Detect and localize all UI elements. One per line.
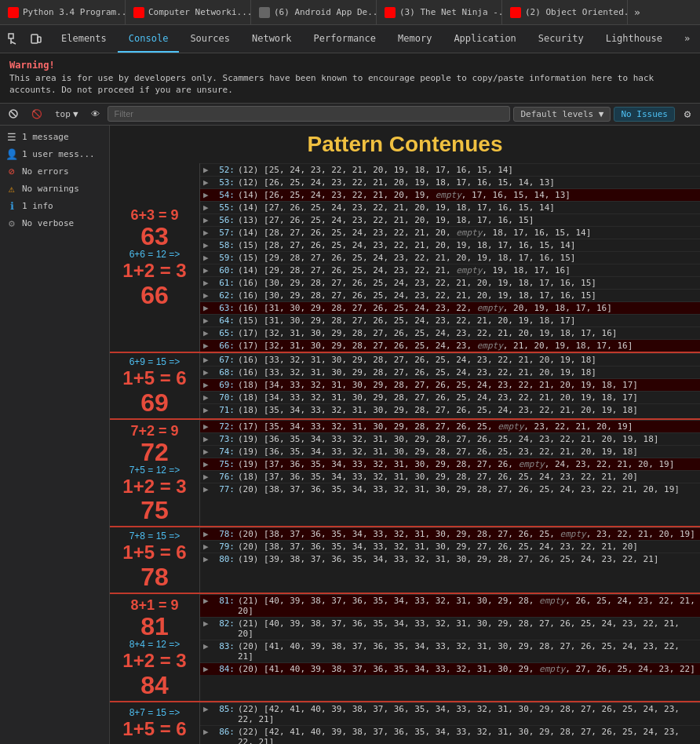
sidebar-item-messages[interactable]: ☰ 1 message <box>0 129 109 146</box>
log-line: ▶64:(15) [31, 30, 29, 28, 27, 26, 25, 24… <box>200 314 700 326</box>
log-content: (17) [35, 34, 33, 32, 31, 30, 29, 28, 27… <box>238 421 700 432</box>
expand-icon[interactable]: ▶ <box>200 328 213 338</box>
top-context-selector[interactable]: top ▼ <box>50 108 83 121</box>
sidebar-item-user-messages[interactable]: 👤 1 user mess... <box>0 146 109 163</box>
log-line: ▶54:(14) [26, 25, 24, 23, 22, 21, 20, 19… <box>200 188 700 201</box>
log-rows-panel: ▶67:(16) [33, 32, 31, 30, 29, 28, 27, 26… <box>200 353 700 418</box>
log-line: ▶60:(14) [29, 28, 27, 26, 25, 24, 23, 22… <box>200 264 700 276</box>
expand-icon[interactable]: ▶ <box>200 228 213 238</box>
expand-icon[interactable]: ▶ <box>200 278 213 288</box>
expand-icon[interactable]: ▶ <box>200 253 213 263</box>
tab-network[interactable]: Network <box>241 25 303 53</box>
log-line: ▶59:(15) [29, 28, 27, 26, 25, 24, 23, 22… <box>200 251 700 264</box>
expand-icon[interactable]: ▶ <box>200 727 213 737</box>
log-num: 84: <box>213 664 235 674</box>
log-num: 82: <box>213 618 235 629</box>
log-line: ▶58:(15) [28, 27, 26, 25, 24, 23, 22, 21… <box>200 239 700 251</box>
tab-label-4: (2) Object Oriented... <box>525 7 628 17</box>
messages-icon: ☰ <box>6 132 17 143</box>
log-section-wrapper: 6+3 = 9 63 6+6 = 12 => 1+2 = 3 66▶52:(12… <box>110 163 700 353</box>
expand-icon[interactable]: ▶ <box>200 472 213 482</box>
devtools-toolbar: Elements Console Sources Network Perform… <box>0 25 700 53</box>
sidebar-item-info[interactable]: ℹ 1 info <box>0 198 109 215</box>
expand-icon[interactable]: ▶ <box>200 290 213 301</box>
expand-icon[interactable]: ▶ <box>200 380 213 390</box>
expand-icon[interactable]: ▶ <box>200 421 213 432</box>
sidebar-item-verbose[interactable]: ⚙ No verbose <box>0 215 109 232</box>
expand-icon[interactable]: ▶ <box>200 165 213 175</box>
expand-icon[interactable]: ▶ <box>200 215 213 225</box>
expand-icon[interactable]: ▶ <box>200 554 213 564</box>
filter-input[interactable] <box>108 106 511 122</box>
expand-icon[interactable]: ▶ <box>200 240 213 250</box>
browser-tab-3[interactable]: (3) The Net Ninja -... <box>377 0 502 24</box>
inspect-icon[interactable] <box>5 30 24 49</box>
browser-tab-4[interactable]: (2) Object Oriented... <box>502 0 628 24</box>
expand-icon[interactable]: ▶ <box>200 190 213 200</box>
browser-tab-0[interactable]: Python 3.4 Program... <box>0 0 126 24</box>
expand-icon[interactable]: ▶ <box>200 542 213 552</box>
log-num: 66: <box>213 341 235 351</box>
expand-icon[interactable]: ▶ <box>200 405 213 415</box>
expand-icon[interactable]: ▶ <box>200 596 213 606</box>
expand-icon[interactable]: ▶ <box>200 641 213 651</box>
console-settings-icon[interactable]: ⚙ <box>678 104 697 123</box>
expand-icon[interactable]: ▶ <box>200 341 213 351</box>
tab-console[interactable]: Console <box>118 25 180 53</box>
error-icon: ⊘ <box>6 166 17 177</box>
expand-icon[interactable]: ▶ <box>200 315 213 326</box>
tab-security[interactable]: Security <box>527 25 595 53</box>
expand-icon[interactable]: ▶ <box>200 484 213 494</box>
console-main[interactable]: Pattern Contenues 6+3 = 9 63 6+6 = 12 =>… <box>110 126 700 744</box>
expand-icon[interactable]: ▶ <box>200 529 213 539</box>
tab-label-1: Computer Networki... <box>148 7 251 17</box>
log-num: 85: <box>213 704 235 714</box>
expand-icon[interactable]: ▶ <box>200 265 213 275</box>
more-devtools-tabs[interactable]: » <box>673 25 700 53</box>
more-tabs-button[interactable]: » <box>628 6 647 18</box>
expand-icon[interactable]: ▶ <box>200 355 213 365</box>
log-content: (16) [31, 30, 29, 28, 27, 26, 25, 24, 23… <box>238 303 700 313</box>
device-icon[interactable] <box>27 30 46 49</box>
expand-icon[interactable]: ▶ <box>200 177 213 188</box>
expand-icon[interactable]: ▶ <box>200 303 213 313</box>
expand-icon[interactable]: ▶ <box>200 447 213 457</box>
tab-icon-0 <box>8 7 19 18</box>
log-line: ▶52:(12) [25, 24, 23, 22, 21, 20, 19, 18… <box>200 163 700 176</box>
tab-memory[interactable]: Memory <box>387 25 443 53</box>
no-issues-button[interactable]: No Issues <box>614 107 675 122</box>
log-content: (14) [28, 27, 26, 25, 24, 23, 22, 21, 20… <box>238 228 700 238</box>
log-content: (19) [36, 35, 34, 33, 32, 31, 30, 29, 28… <box>238 434 700 444</box>
sidebar-item-errors[interactable]: ⊘ No errors <box>0 163 109 181</box>
expand-icon[interactable]: ▶ <box>200 664 213 674</box>
browser-tab-1[interactable]: Computer Networki... <box>126 0 251 24</box>
tab-performance[interactable]: Performance <box>303 25 387 53</box>
tab-sources[interactable]: Sources <box>179 25 241 53</box>
expand-icon[interactable]: ▶ <box>200 202 213 213</box>
tab-application[interactable]: Application <box>443 25 527 53</box>
expand-icon[interactable]: ▶ <box>200 459 213 469</box>
expand-icon[interactable]: ▶ <box>200 704 213 714</box>
log-content: (21) [40, 39, 38, 37, 36, 35, 34, 33, 32… <box>238 618 700 639</box>
sidebar-warnings-count: No warnings <box>22 184 79 194</box>
devtools-tabs-bar: Elements Console Sources Network Perform… <box>50 25 700 53</box>
log-section-wrapper: 8+7 = 15 => 1+5 = 6 87▶85:(22) [42, 41, … <box>110 702 700 744</box>
log-content: (15) [31, 30, 29, 28, 27, 26, 25, 24, 23… <box>238 315 700 326</box>
expand-icon[interactable]: ▶ <box>200 392 213 403</box>
expand-icon[interactable]: ▶ <box>200 434 213 444</box>
default-levels-button[interactable]: Default levels ▼ <box>513 107 611 122</box>
clear-console-button[interactable] <box>3 107 24 121</box>
tab-elements[interactable]: Elements <box>50 25 118 53</box>
sidebar-info-count: 1 info <box>22 201 53 211</box>
log-num: 69: <box>213 380 235 390</box>
tab-lighthouse[interactable]: Lighthouse <box>595 25 673 53</box>
expand-icon[interactable]: ▶ <box>200 618 213 629</box>
sidebar-item-warnings[interactable]: ⚠ No warnings <box>0 181 109 198</box>
log-line: ▶57:(14) [28, 27, 26, 25, 24, 23, 22, 21… <box>200 226 700 239</box>
expand-icon[interactable]: ▶ <box>200 367 213 377</box>
svg-line-6 <box>11 111 16 116</box>
filter-toggle-button[interactable]: 🚫 <box>27 108 47 121</box>
log-content: (18) [34, 33, 32, 31, 30, 29, 28, 27, 26… <box>238 380 700 390</box>
browser-tab-2[interactable]: (6) Android App De... <box>251 0 377 24</box>
eye-icon-button[interactable]: 👁 <box>86 108 104 121</box>
